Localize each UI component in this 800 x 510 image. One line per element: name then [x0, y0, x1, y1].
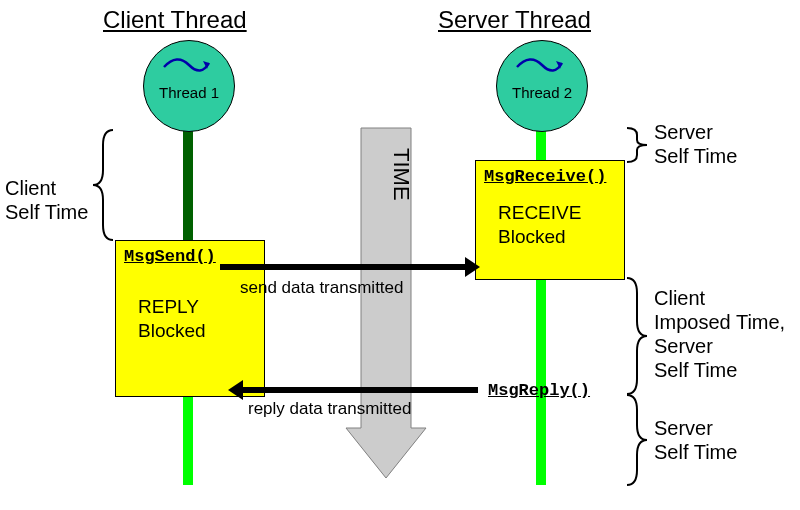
- svg-text:TIME: TIME: [389, 148, 414, 201]
- server-state2: Blocked: [498, 226, 624, 248]
- label-client-imposed: Client Imposed Time, Server Self Time: [654, 286, 785, 382]
- brace-client-imposed: [627, 278, 652, 394]
- client-line-bottom-light: [183, 395, 193, 485]
- thread1-circle: Thread 1: [143, 40, 235, 132]
- brace-server-top: [627, 128, 652, 162]
- label-server-self-bottom: Server Self Time: [654, 416, 737, 464]
- wave-icon: [159, 55, 219, 75]
- label-server-self-top: Server Self Time: [654, 120, 737, 168]
- wave-icon: [512, 55, 572, 75]
- reply-arrow: [228, 380, 478, 400]
- server-box: MsgReceive() RECEIVE Blocked: [475, 160, 625, 280]
- brace-client-self: [85, 130, 115, 240]
- thread1-label: Thread 1: [159, 84, 219, 101]
- client-state2: Blocked: [138, 320, 264, 342]
- server-state1: RECEIVE: [498, 202, 624, 224]
- time-arrow: TIME: [346, 128, 426, 483]
- msgreceive-api: MsgReceive(): [484, 167, 624, 186]
- label-client-self: Client Self Time: [5, 176, 88, 224]
- brace-server-bottom: [627, 395, 652, 485]
- send-message: send data transmitted: [240, 278, 403, 298]
- send-arrow: [220, 257, 480, 277]
- thread2-label: Thread 2: [512, 84, 572, 101]
- client-line-top: [183, 125, 193, 240]
- client-thread-title: Client Thread: [103, 6, 247, 34]
- reply-message: reply data transmitted: [248, 399, 411, 419]
- client-state1: REPLY: [138, 296, 264, 318]
- thread2-circle: Thread 2: [496, 40, 588, 132]
- msgreply-api: MsgReply(): [488, 381, 590, 400]
- server-thread-title: Server Thread: [438, 6, 591, 34]
